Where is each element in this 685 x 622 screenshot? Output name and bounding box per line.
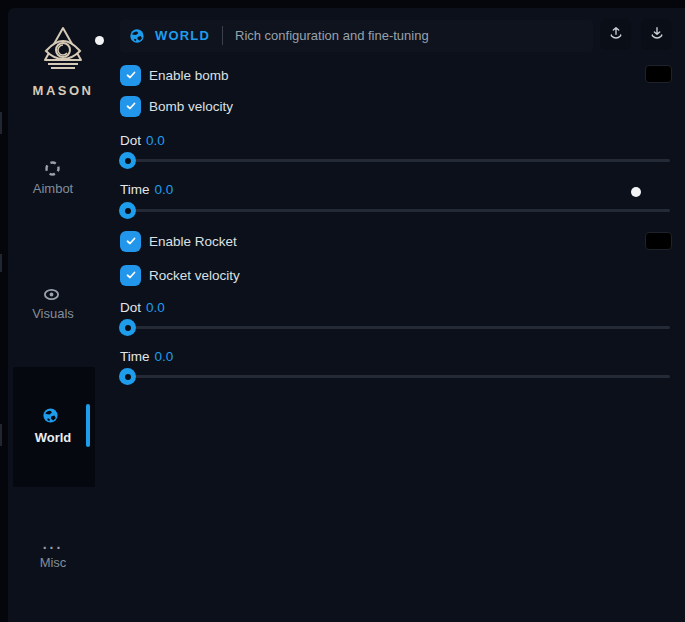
check-icon	[125, 267, 137, 285]
slider-value: 0.0	[146, 133, 165, 148]
window-background	[8, 8, 685, 622]
checkbox-label[interactable]: Bomb velocity	[149, 96, 233, 117]
check-icon	[125, 98, 137, 116]
slider-handle-dot-1[interactable]	[119, 152, 136, 169]
cursor-dot	[95, 36, 104, 45]
globe-icon	[42, 407, 59, 428]
cursor-dot	[631, 187, 641, 197]
eye-icon	[43, 286, 60, 303]
slider-label-dot: Dot0.0	[120, 300, 165, 315]
slider-name: Dot	[120, 133, 141, 148]
upload-config-button[interactable]	[600, 19, 631, 50]
screen-artifact	[0, 254, 2, 272]
checkbox-label[interactable]: Enable bomb	[149, 65, 229, 86]
ellipsis-icon[interactable]: ...	[8, 536, 98, 552]
checkbox-bomb-velocity[interactable]	[120, 96, 141, 117]
slider-handle-time-1[interactable]	[119, 202, 136, 219]
slider-handle-dot-2[interactable]	[119, 319, 136, 336]
slider-track-dot-1[interactable]	[120, 159, 670, 162]
page-title: WORLD	[155, 20, 210, 52]
header-divider	[222, 26, 223, 45]
page-subtitle: Rich configuration and fine-tuning	[235, 20, 429, 52]
sidebar-label-world[interactable]: World	[8, 430, 98, 445]
slider-track-dot-2[interactable]	[120, 326, 670, 329]
color-swatch-rocket[interactable]	[645, 232, 672, 250]
crosshair-icon	[44, 160, 61, 177]
slider-label-dot: Dot0.0	[120, 133, 165, 148]
sidebar-item-visuals[interactable]	[43, 286, 60, 303]
checkbox-enable-rocket[interactable]	[120, 231, 141, 252]
slider-name: Time	[120, 182, 150, 197]
sidebar-label-visuals[interactable]: Visuals	[8, 306, 98, 321]
color-swatch-bomb[interactable]	[645, 65, 672, 83]
slider-label-time: Time0.0	[120, 349, 173, 364]
screen-artifact	[0, 112, 2, 134]
globe-icon	[129, 28, 145, 44]
slider-value: 0.0	[155, 182, 174, 197]
slider-handle-time-2[interactable]	[119, 368, 136, 385]
check-icon	[125, 233, 137, 251]
screen-artifact	[0, 424, 2, 446]
download-icon	[649, 25, 665, 45]
slider-track-time-1[interactable]	[120, 209, 670, 212]
checkbox-rocket-velocity[interactable]	[120, 265, 141, 286]
sidebar-item-aimbot[interactable]	[44, 160, 61, 177]
checkbox-label[interactable]: Enable Rocket	[149, 231, 237, 252]
slider-value: 0.0	[155, 349, 174, 364]
checkbox-label[interactable]: Rocket velocity	[149, 265, 240, 286]
mason-logo-icon	[36, 24, 90, 78]
check-icon	[125, 67, 137, 85]
sidebar-label-aimbot[interactable]: Aimbot	[8, 181, 98, 196]
upload-icon	[608, 25, 624, 45]
logo-wordmark: MASON	[8, 83, 118, 98]
slider-value: 0.0	[146, 300, 165, 315]
checkbox-enable-bomb[interactable]	[120, 65, 141, 86]
sidebar-label-misc[interactable]: Misc	[8, 555, 98, 570]
app-window: MASON Aimbot Visuals World ... Misc	[0, 0, 685, 622]
download-config-button[interactable]	[641, 19, 672, 50]
slider-label-time: Time0.0	[120, 182, 173, 197]
slider-name: Time	[120, 349, 150, 364]
slider-track-time-2[interactable]	[120, 375, 670, 378]
slider-name: Dot	[120, 300, 141, 315]
